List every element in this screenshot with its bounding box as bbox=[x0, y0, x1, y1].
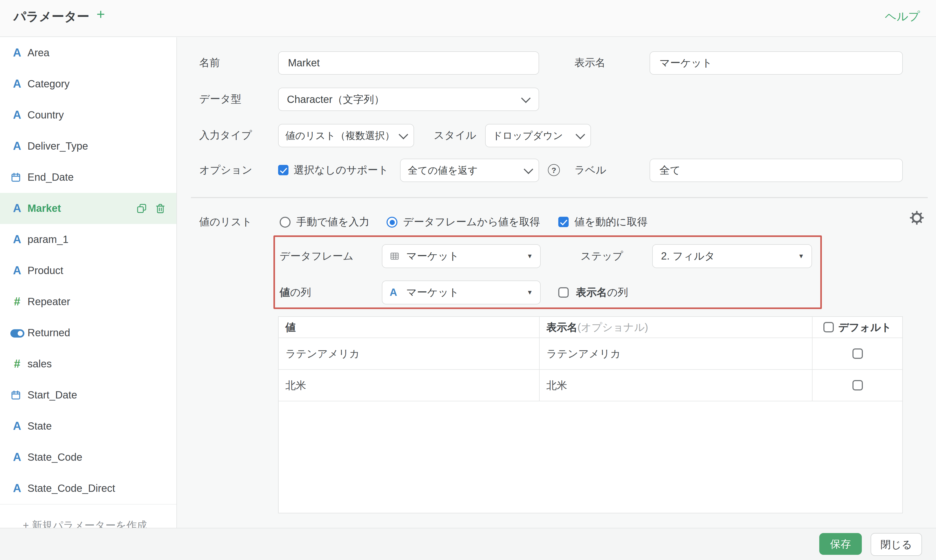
dynamic-values-checkbox[interactable] bbox=[558, 217, 569, 227]
sidebar-item-area[interactable]: A Area bbox=[0, 37, 176, 69]
caret-down-icon: ▼ bbox=[798, 252, 804, 260]
display-name-input[interactable] bbox=[649, 51, 903, 75]
text-type-icon: A bbox=[10, 482, 24, 495]
text-type-icon: A bbox=[10, 202, 24, 215]
text-type-icon: A bbox=[10, 420, 24, 433]
sidebar-item-deliver-type[interactable]: A Deliver_Type bbox=[0, 131, 176, 162]
manual-values-label: 手動で値を入力 bbox=[296, 215, 369, 229]
sidebar-item-market-selected[interactable]: A Market bbox=[0, 193, 176, 225]
from-dataframe-radio[interactable] bbox=[387, 217, 398, 228]
display-name-column-label: 表示名の列 bbox=[576, 285, 628, 300]
delete-parameter-icon[interactable] bbox=[155, 203, 166, 214]
data-type-select[interactable]: Character（文字列） bbox=[278, 88, 539, 111]
sidebar-item-sales[interactable]: # sales bbox=[0, 348, 176, 380]
no-selection-support-checkbox[interactable] bbox=[278, 165, 288, 175]
name-input[interactable] bbox=[278, 51, 539, 75]
save-button[interactable]: 保存 bbox=[819, 533, 862, 555]
display-name-label: 表示名 bbox=[574, 56, 606, 70]
dataframe-grid-icon bbox=[390, 251, 399, 261]
text-type-icon: A bbox=[10, 264, 24, 277]
options-label: オプション bbox=[199, 163, 253, 177]
values-table-header: 値 表示名 (オプショナル) デフォルト bbox=[279, 317, 902, 338]
name-label: 名前 bbox=[199, 56, 220, 70]
default-checkbox[interactable] bbox=[852, 380, 863, 391]
caret-down-icon: ▼ bbox=[527, 252, 533, 260]
sidebar-item-category[interactable]: A Category bbox=[0, 68, 176, 100]
chevron-down-icon bbox=[576, 130, 585, 139]
chevron-down-icon bbox=[521, 93, 531, 103]
sidebar-item-product[interactable]: A Product bbox=[0, 255, 176, 287]
sidebar-item-state[interactable]: A State bbox=[0, 411, 176, 442]
duplicate-parameter-icon[interactable] bbox=[136, 203, 147, 214]
sidebar-item-start-date[interactable]: Start_Date bbox=[0, 380, 176, 411]
gear-icon[interactable] bbox=[910, 211, 924, 225]
sidebar-item-country[interactable]: A Country bbox=[0, 100, 176, 131]
default-column-header: デフォルト bbox=[813, 317, 902, 338]
section-divider bbox=[191, 197, 928, 198]
data-type-label: データ型 bbox=[199, 92, 241, 106]
style-select[interactable]: ドロップダウン bbox=[485, 124, 591, 147]
step-select[interactable]: 2. フィルタ ▼ bbox=[652, 244, 812, 268]
row-display: ラテンアメリカ bbox=[546, 347, 621, 361]
sidebar-item-param-1[interactable]: A param_1 bbox=[0, 224, 176, 255]
no-selection-support-label: 選択なしのサポート bbox=[294, 163, 389, 177]
text-type-icon: A bbox=[10, 233, 24, 246]
dataframe-select[interactable]: マーケット ▼ bbox=[382, 244, 541, 268]
row-display: 北米 bbox=[546, 378, 567, 392]
default-all-checkbox[interactable] bbox=[823, 322, 834, 332]
chevron-down-icon bbox=[399, 130, 408, 139]
step-label: ステップ bbox=[581, 249, 623, 263]
numeric-type-icon: # bbox=[10, 357, 24, 371]
text-type-icon: A bbox=[10, 451, 24, 464]
sidebar-item-end-date[interactable]: End_Date bbox=[0, 162, 176, 194]
text-type-icon: A bbox=[390, 286, 397, 298]
page-title: パラメーター bbox=[14, 8, 89, 25]
style-label: スタイル bbox=[434, 128, 476, 142]
sidebar-item-state-code[interactable]: A State_Code bbox=[0, 442, 176, 474]
value-list-label: 値のリスト bbox=[199, 215, 252, 229]
input-type-label: 入力タイプ bbox=[199, 128, 252, 142]
text-type-icon: A bbox=[10, 46, 24, 60]
all-values-select[interactable]: 全ての値を返す bbox=[400, 158, 539, 182]
values-table: 値 表示名 (オプショナル) デフォルト ラテンアメリカ ラテンアメリカ 北米 … bbox=[278, 316, 903, 513]
text-type-icon: A bbox=[10, 108, 24, 122]
footer-bar: 保存 閉じる bbox=[0, 528, 936, 560]
display-column-header: 表示名 (オプショナル) bbox=[540, 317, 813, 338]
date-type-icon bbox=[10, 172, 24, 183]
add-parameter-button[interactable]: + bbox=[97, 6, 105, 23]
numeric-type-icon: # bbox=[10, 295, 24, 309]
dataframe-settings-highlight-box: データフレーム マーケット ▼ ステップ 2. フィルタ ▼ 値の列 A マーケ… bbox=[273, 235, 822, 309]
display-name-column-checkbox[interactable] bbox=[558, 287, 569, 298]
header-bar: パラメーター + ヘルプ bbox=[0, 0, 936, 37]
manual-values-radio[interactable] bbox=[280, 217, 291, 228]
table-row: ラテンアメリカ ラテンアメリカ bbox=[279, 338, 902, 370]
caret-down-icon: ▼ bbox=[527, 289, 533, 296]
text-type-icon: A bbox=[10, 140, 24, 153]
sidebar-item-state-code-direct[interactable]: A State_Code_Direct bbox=[0, 473, 176, 505]
value-column-label: 値の列 bbox=[280, 285, 311, 300]
value-column-select[interactable]: A マーケット ▼ bbox=[382, 280, 541, 305]
sidebar-item-repeater[interactable]: # Repeater bbox=[0, 286, 176, 318]
help-link[interactable]: ヘルプ bbox=[885, 9, 920, 25]
param-label-label: ラベル bbox=[574, 163, 606, 177]
input-type-select[interactable]: 値のリスト（複数選択） bbox=[278, 124, 414, 147]
dynamic-values-label: 値を動的に取得 bbox=[574, 215, 648, 229]
help-tooltip-icon[interactable]: ? bbox=[548, 164, 560, 176]
close-button[interactable]: 閉じる bbox=[871, 533, 922, 556]
from-dataframe-label: データフレームから値を取得 bbox=[403, 215, 540, 229]
row-value: ラテンアメリカ bbox=[285, 347, 360, 361]
sidebar-item-returned[interactable]: Returned bbox=[0, 317, 176, 349]
parameter-dialog: パラメーター + ヘルプ A Area A Category A Country… bbox=[0, 0, 936, 560]
logical-type-icon bbox=[10, 328, 24, 338]
default-checkbox[interactable] bbox=[852, 348, 863, 359]
text-type-icon: A bbox=[10, 77, 24, 91]
table-row: 北米 北米 bbox=[279, 370, 902, 402]
dataframe-label: データフレーム bbox=[280, 249, 353, 263]
param-label-input[interactable] bbox=[649, 158, 903, 182]
chevron-down-icon bbox=[524, 165, 534, 174]
value-column-header: 値 bbox=[279, 317, 540, 338]
date-type-icon bbox=[10, 390, 24, 400]
row-value: 北米 bbox=[285, 378, 306, 392]
parameter-list-sidebar: A Area A Category A Country A Deliver_Ty… bbox=[0, 37, 177, 528]
